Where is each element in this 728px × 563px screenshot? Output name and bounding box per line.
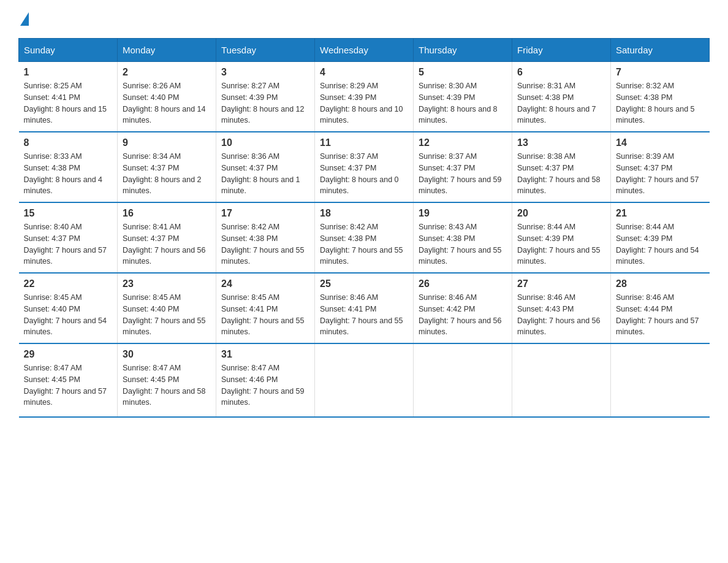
calendar-cell [414,343,512,417]
day-number: 23 [123,278,211,289]
weekday-header-saturday: Saturday [611,39,710,62]
day-info: Sunrise: 8:41 AMSunset: 4:37 PMDaylight:… [123,221,211,267]
calendar-cell: 23Sunrise: 8:45 AMSunset: 4:40 PMDayligh… [118,273,216,343]
calendar-cell: 3Sunrise: 8:27 AMSunset: 4:39 PMDaylight… [216,62,315,132]
calendar-body: 1Sunrise: 8:25 AMSunset: 4:41 PMDaylight… [19,62,710,418]
day-info: Sunrise: 8:43 AMSunset: 4:38 PMDaylight:… [419,221,507,267]
calendar-cell: 4Sunrise: 8:29 AMSunset: 4:39 PMDaylight… [315,62,414,132]
calendar-cell: 24Sunrise: 8:45 AMSunset: 4:41 PMDayligh… [216,273,315,343]
calendar-week-row: 22Sunrise: 8:45 AMSunset: 4:40 PMDayligh… [19,273,710,343]
calendar-cell [611,343,710,417]
day-number: 5 [419,67,507,78]
calendar-cell: 25Sunrise: 8:46 AMSunset: 4:41 PMDayligh… [315,273,414,343]
day-info: Sunrise: 8:46 AMSunset: 4:43 PMDaylight:… [517,292,605,338]
calendar-week-row: 8Sunrise: 8:33 AMSunset: 4:38 PMDaylight… [19,132,710,202]
day-info: Sunrise: 8:44 AMSunset: 4:39 PMDaylight:… [616,221,705,267]
day-info: Sunrise: 8:36 AMSunset: 4:37 PMDaylight:… [221,151,309,197]
weekday-header-tuesday: Tuesday [216,39,315,62]
day-number: 20 [517,208,605,219]
calendar-cell: 5Sunrise: 8:30 AMSunset: 4:39 PMDaylight… [414,62,512,132]
calendar-cell: 12Sunrise: 8:37 AMSunset: 4:37 PMDayligh… [414,132,512,202]
day-number: 29 [24,349,113,360]
calendar-cell: 2Sunrise: 8:26 AMSunset: 4:40 PMDaylight… [118,62,216,132]
calendar-cell: 13Sunrise: 8:38 AMSunset: 4:37 PMDayligh… [512,132,611,202]
day-info: Sunrise: 8:38 AMSunset: 4:37 PMDaylight:… [517,151,605,197]
day-number: 24 [221,278,309,289]
weekday-header-thursday: Thursday [414,39,512,62]
day-number: 17 [221,208,309,219]
day-info: Sunrise: 8:34 AMSunset: 4:37 PMDaylight:… [123,151,211,197]
calendar-cell: 11Sunrise: 8:37 AMSunset: 4:37 PMDayligh… [315,132,414,202]
day-number: 7 [616,67,705,78]
calendar-cell: 28Sunrise: 8:46 AMSunset: 4:44 PMDayligh… [611,273,710,343]
logo-area [18,12,31,26]
calendar-cell: 20Sunrise: 8:44 AMSunset: 4:39 PMDayligh… [512,202,611,273]
day-number: 12 [419,137,507,148]
day-info: Sunrise: 8:31 AMSunset: 4:38 PMDaylight:… [517,80,605,126]
calendar-week-row: 15Sunrise: 8:40 AMSunset: 4:37 PMDayligh… [19,202,710,273]
day-number: 16 [123,208,211,219]
day-number: 27 [517,278,605,289]
calendar-cell: 6Sunrise: 8:31 AMSunset: 4:38 PMDaylight… [512,62,611,132]
day-info: Sunrise: 8:44 AMSunset: 4:39 PMDaylight:… [517,221,605,267]
day-info: Sunrise: 8:46 AMSunset: 4:42 PMDaylight:… [419,292,507,338]
day-info: Sunrise: 8:26 AMSunset: 4:40 PMDaylight:… [123,80,211,126]
day-info: Sunrise: 8:45 AMSunset: 4:41 PMDaylight:… [221,292,309,338]
calendar-cell: 26Sunrise: 8:46 AMSunset: 4:42 PMDayligh… [414,273,512,343]
calendar-cell [315,343,414,417]
calendar-cell: 15Sunrise: 8:40 AMSunset: 4:37 PMDayligh… [19,202,118,273]
day-number: 31 [221,349,309,360]
calendar-cell: 1Sunrise: 8:25 AMSunset: 4:41 PMDaylight… [19,62,118,132]
day-number: 9 [123,137,211,148]
weekday-header-monday: Monday [118,39,216,62]
day-number: 21 [616,208,705,219]
day-number: 14 [616,137,705,148]
day-number: 10 [221,137,309,148]
day-number: 18 [320,208,408,219]
day-info: Sunrise: 8:46 AMSunset: 4:44 PMDaylight:… [616,292,705,338]
calendar-cell: 22Sunrise: 8:45 AMSunset: 4:40 PMDayligh… [19,273,118,343]
day-number: 2 [123,67,211,78]
calendar-cell: 29Sunrise: 8:47 AMSunset: 4:45 PMDayligh… [19,343,118,417]
day-number: 30 [123,349,211,360]
calendar-cell: 17Sunrise: 8:42 AMSunset: 4:38 PMDayligh… [216,202,315,273]
day-info: Sunrise: 8:37 AMSunset: 4:37 PMDaylight:… [320,151,408,197]
weekday-header-friday: Friday [512,39,611,62]
day-number: 13 [517,137,605,148]
day-info: Sunrise: 8:42 AMSunset: 4:38 PMDaylight:… [320,221,408,267]
day-info: Sunrise: 8:27 AMSunset: 4:39 PMDaylight:… [221,80,309,126]
weekday-header-wednesday: Wednesday [315,39,414,62]
logo [18,12,31,26]
calendar-cell: 7Sunrise: 8:32 AMSunset: 4:38 PMDaylight… [611,62,710,132]
calendar-cell: 19Sunrise: 8:43 AMSunset: 4:38 PMDayligh… [414,202,512,273]
day-info: Sunrise: 8:46 AMSunset: 4:41 PMDaylight:… [320,292,408,338]
page-header [18,12,710,26]
day-number: 26 [419,278,507,289]
day-number: 11 [320,137,408,148]
day-number: 8 [24,137,113,148]
calendar-table: SundayMondayTuesdayWednesdayThursdayFrid… [18,38,710,418]
weekday-header-sunday: Sunday [19,39,118,62]
day-number: 22 [24,278,113,289]
day-info: Sunrise: 8:39 AMSunset: 4:37 PMDaylight:… [616,151,705,197]
calendar-cell [512,343,611,417]
calendar-cell: 21Sunrise: 8:44 AMSunset: 4:39 PMDayligh… [611,202,710,273]
calendar-cell: 9Sunrise: 8:34 AMSunset: 4:37 PMDaylight… [118,132,216,202]
day-info: Sunrise: 8:40 AMSunset: 4:37 PMDaylight:… [24,221,113,267]
day-number: 6 [517,67,605,78]
calendar-cell: 18Sunrise: 8:42 AMSunset: 4:38 PMDayligh… [315,202,414,273]
calendar-cell: 14Sunrise: 8:39 AMSunset: 4:37 PMDayligh… [611,132,710,202]
day-info: Sunrise: 8:33 AMSunset: 4:38 PMDaylight:… [24,151,113,197]
day-info: Sunrise: 8:45 AMSunset: 4:40 PMDaylight:… [24,292,113,338]
day-info: Sunrise: 8:47 AMSunset: 4:46 PMDaylight:… [221,362,309,408]
calendar-week-row: 1Sunrise: 8:25 AMSunset: 4:41 PMDaylight… [19,62,710,132]
day-number: 15 [24,208,113,219]
day-info: Sunrise: 8:45 AMSunset: 4:40 PMDaylight:… [123,292,211,338]
day-number: 4 [320,67,408,78]
calendar-cell: 8Sunrise: 8:33 AMSunset: 4:38 PMDaylight… [19,132,118,202]
day-info: Sunrise: 8:37 AMSunset: 4:37 PMDaylight:… [419,151,507,197]
day-info: Sunrise: 8:47 AMSunset: 4:45 PMDaylight:… [123,362,211,408]
calendar-header: SundayMondayTuesdayWednesdayThursdayFrid… [19,39,710,62]
day-info: Sunrise: 8:30 AMSunset: 4:39 PMDaylight:… [419,80,507,126]
day-info: Sunrise: 8:47 AMSunset: 4:45 PMDaylight:… [24,362,113,408]
